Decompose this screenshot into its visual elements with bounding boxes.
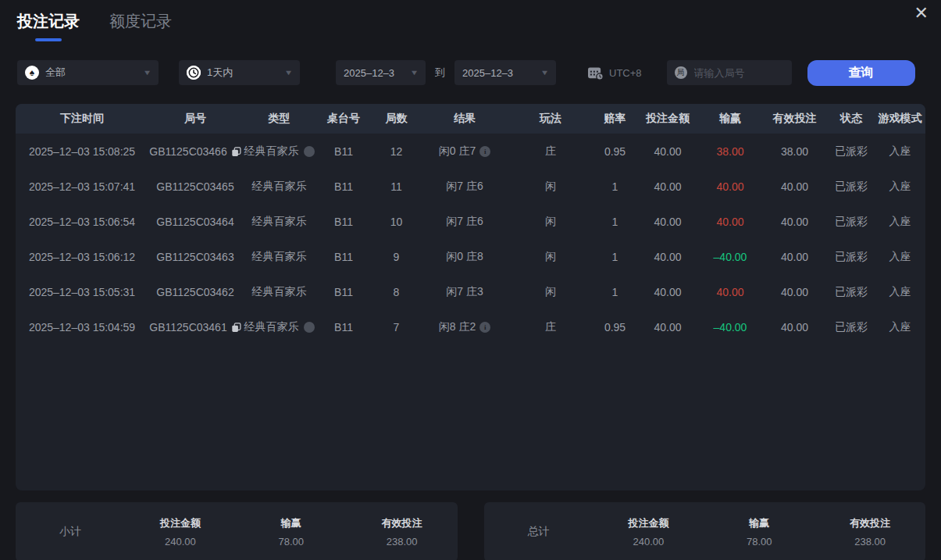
- round-icon: 局: [675, 66, 687, 79]
- cell-table-no: B11: [316, 239, 371, 274]
- cell-valid-bet: 40.00: [761, 274, 828, 309]
- date-from-value: 2025–12–3: [344, 67, 394, 79]
- copy-icon[interactable]: [231, 147, 241, 157]
- table-header-row: 下注时间 局号 类型 桌台号 局数 结果 玩法 赔率 投注金额 输赢 有效投注 …: [16, 104, 925, 134]
- total-bet: 投注金额 240.00: [593, 516, 704, 548]
- table-row: 2025–12–03 15:07:41 GB1125C03465 经典百家乐 B…: [16, 169, 925, 204]
- cell-time: 2025–12–03 15:06:54: [16, 204, 148, 239]
- cell-win-loss: –40.00: [699, 309, 761, 344]
- cell-round-id: GB1125C03464: [148, 204, 242, 239]
- date-from-select[interactable]: 2025–12–3 ▼: [336, 60, 426, 85]
- cell-odds: 1: [593, 274, 636, 309]
- cell-round-id: GB1125C03463: [148, 239, 242, 274]
- cell-bet: 40.00: [636, 309, 699, 344]
- cell-table-no: B11: [316, 309, 371, 344]
- cell-round-no: 11: [371, 169, 422, 204]
- cell-bet: 40.00: [636, 169, 699, 204]
- cell-time: 2025–12–03 15:04:59: [16, 309, 148, 344]
- cell-time: 2025–12–03 15:05:31: [16, 274, 148, 309]
- cell-bet: 40.00: [636, 274, 699, 309]
- info-icon[interactable]: i: [479, 146, 490, 157]
- info-icon[interactable]: i: [479, 322, 490, 333]
- tab-label: 投注记录: [17, 11, 80, 32]
- active-tab-underline: [35, 38, 62, 41]
- total-valid-bet: 有效投注 238.00: [814, 516, 925, 548]
- records-table: 下注时间 局号 类型 桌台号 局数 结果 玩法 赔率 投注金额 输赢 有效投注 …: [16, 104, 925, 490]
- cell-play: 闲: [508, 204, 593, 239]
- cell-round-id: GB1125C03462: [148, 274, 242, 309]
- tab-label: 额度记录: [109, 11, 172, 32]
- cell-valid-bet: 40.00: [761, 239, 828, 274]
- calendar-clock-icon: [587, 66, 604, 80]
- cell-time: 2025–12–03 15:08:25: [16, 134, 148, 169]
- cell-status: 已派彩: [828, 134, 875, 169]
- total-panel: 总计 投注金额 240.00 输赢 78.00 有效投注 238.00: [484, 502, 926, 560]
- cell-bet: 40.00: [636, 134, 699, 169]
- cell-result: 闲0 庄7i: [422, 134, 508, 169]
- date-to-value: 2025–12–3: [462, 67, 513, 79]
- cell-win-loss: 40.00: [699, 169, 761, 204]
- cell-mode: 入座: [875, 239, 925, 274]
- col-status: 状态: [828, 104, 875, 134]
- table-row: 2025–12–03 15:06:12 GB1125C03463 经典百家乐 B…: [16, 239, 925, 274]
- cell-table-no: B11: [316, 169, 371, 204]
- cell-odds: 0.95: [593, 134, 636, 169]
- total-win-loss: 输赢 78.00: [704, 516, 814, 548]
- cell-round-no: 9: [371, 239, 422, 274]
- to-label: 到: [435, 66, 445, 80]
- cell-table-no: B11: [316, 204, 371, 239]
- video-icon[interactable]: [304, 146, 315, 157]
- spade-icon: ♠: [25, 66, 39, 80]
- titlebar: 投注记录 额度记录: [0, 0, 941, 41]
- col-game-mode: 游戏模式: [875, 104, 925, 134]
- tab-betting-records[interactable]: 投注记录: [17, 11, 80, 41]
- table-row: 2025–12–03 15:05:31 GB1125C03462 经典百家乐 B…: [16, 274, 925, 309]
- cell-odds: 0.95: [593, 309, 636, 344]
- cell-odds: 1: [593, 204, 636, 239]
- cell-round-no: 7: [371, 309, 422, 344]
- cell-odds: 1: [593, 239, 636, 274]
- round-number-field[interactable]: 局: [667, 60, 792, 85]
- copy-icon[interactable]: [231, 323, 241, 333]
- cell-time: 2025–12–03 15:06:12: [16, 239, 148, 274]
- round-number-input[interactable]: [693, 66, 784, 80]
- cell-mode: 入座: [875, 309, 925, 344]
- col-bet-time: 下注时间: [16, 104, 148, 134]
- col-valid-bet: 有效投注: [761, 104, 828, 134]
- cell-round-no: 10: [371, 204, 422, 239]
- cell-valid-bet: 38.00: [761, 134, 828, 169]
- chevron-down-icon: ▼: [540, 69, 550, 77]
- cell-mode: 入座: [875, 274, 925, 309]
- table-row: 2025–12–03 15:08:25 GB1125C03466 经典百家乐 B…: [16, 134, 925, 169]
- cell-bet: 40.00: [636, 204, 699, 239]
- col-round-id: 局号: [148, 104, 242, 134]
- close-icon[interactable]: ✕: [914, 5, 929, 22]
- subtotal-bet: 投注金额 240.00: [125, 516, 236, 548]
- cell-status: 已派彩: [828, 169, 875, 204]
- cell-win-loss: 40.00: [699, 204, 761, 239]
- cell-win-loss: –40.00: [699, 239, 761, 274]
- cell-status: 已派彩: [828, 239, 875, 274]
- cell-play: 庄: [508, 134, 593, 169]
- date-to-select[interactable]: 2025–12–3 ▼: [454, 60, 556, 85]
- table-row: 2025–12–03 15:04:59 GB1125C03461 经典百家乐 B…: [16, 309, 925, 344]
- table-row: 2025–12–03 15:06:54 GB1125C03464 经典百家乐 B…: [16, 204, 925, 239]
- query-button[interactable]: 查询: [807, 60, 915, 86]
- cell-round-no: 8: [371, 274, 422, 309]
- cell-type: 经典百家乐: [242, 309, 316, 344]
- cell-round-id: GB1125C03465: [148, 169, 242, 204]
- time-range-select[interactable]: 1天内 ▼: [179, 60, 300, 85]
- video-icon[interactable]: [304, 322, 315, 333]
- cell-play: 闲: [508, 239, 593, 274]
- filter-bar: ♠ 全部 ▼ 1天内 ▼ 2025–12–3 ▼ 到 2025–12–3 ▼: [17, 60, 924, 85]
- col-table-no: 桌台号: [316, 104, 371, 134]
- betting-records-dialog: 投注记录 额度记录 ✕ ♠ 全部 ▼ 1天内 ▼ 2025–12–3 ▼ 到 2…: [0, 0, 941, 560]
- tab-quota-records[interactable]: 额度记录: [109, 11, 172, 32]
- cell-result: 闲0 庄8: [422, 239, 508, 274]
- col-odds: 赔率: [593, 104, 636, 134]
- subtotal-panel: 小计 投注金额 240.00 输赢 78.00 有效投注 238.00: [16, 502, 458, 560]
- cell-bet: 40.00: [636, 239, 699, 274]
- game-type-select[interactable]: ♠ 全部 ▼: [17, 60, 159, 85]
- cell-win-loss: 40.00: [699, 274, 761, 309]
- cell-mode: 入座: [875, 204, 925, 239]
